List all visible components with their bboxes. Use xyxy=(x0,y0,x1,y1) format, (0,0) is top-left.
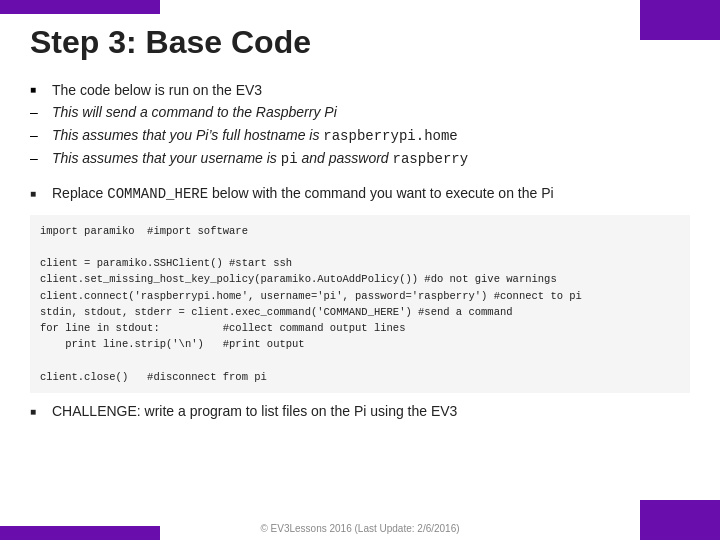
bullet-text-3-mono: raspberrypi.home xyxy=(323,128,457,144)
bullet-item-2: – This will send a command to the Raspbe… xyxy=(30,101,690,123)
replace-mono: COMMAND_HERE xyxy=(107,186,208,202)
bullet-item-3: – This assumes that you Pi’s full hostna… xyxy=(30,124,690,147)
dash-marker-2: – xyxy=(30,101,44,123)
replace-line: ■ Replace COMMAND_HERE below with the co… xyxy=(30,183,690,205)
challenge-line: ■ CHALLENGE: write a program to list fil… xyxy=(30,403,690,419)
replace-marker: ■ xyxy=(30,183,44,201)
bullet-text-3: This assumes that you Pi’s full hostname… xyxy=(52,124,458,147)
bullet-text-4-mono1: pi xyxy=(281,151,298,167)
replace-text-before: Replace xyxy=(52,185,107,201)
bullet-text-4-mid: and password xyxy=(298,150,393,166)
main-content: Step 3: Base Code ■ The code below is ru… xyxy=(20,14,700,510)
challenge-text: CHALLENGE: write a program to list files… xyxy=(52,403,457,419)
replace-text-after: below with the command you want to execu… xyxy=(208,185,554,201)
page-title: Step 3: Base Code xyxy=(30,24,690,61)
bullet-marker-1: ■ xyxy=(30,79,44,98)
challenge-marker: ■ xyxy=(30,406,44,417)
footer: © EV3Lessons 2016 (Last Update: 2/6/2016… xyxy=(0,523,720,534)
bullet-text-4-mono2: raspberry xyxy=(393,151,469,167)
corner-top-left xyxy=(0,0,160,14)
replace-text: Replace COMMAND_HERE below with the comm… xyxy=(52,183,690,205)
bullet-text-4-before: This assumes that your username is xyxy=(52,150,281,166)
code-block: import paramiko #import software client … xyxy=(30,215,690,394)
bullet-list: ■ The code below is run on the EV3 – Thi… xyxy=(30,79,690,171)
dash-marker-3: – xyxy=(30,124,44,146)
bullet-item-4: – This assumes that your username is pi … xyxy=(30,147,690,170)
bullet-text-3-before: This assumes that you Pi’s full hostname… xyxy=(52,127,323,143)
bullet-text-1: The code below is run on the EV3 xyxy=(52,79,262,101)
dash-marker-4: – xyxy=(30,147,44,169)
bullet-item-1: ■ The code below is run on the EV3 xyxy=(30,79,690,101)
bullet-text-2: This will send a command to the Raspberr… xyxy=(52,101,337,123)
bullet-text-4: This assumes that your username is pi an… xyxy=(52,147,468,170)
